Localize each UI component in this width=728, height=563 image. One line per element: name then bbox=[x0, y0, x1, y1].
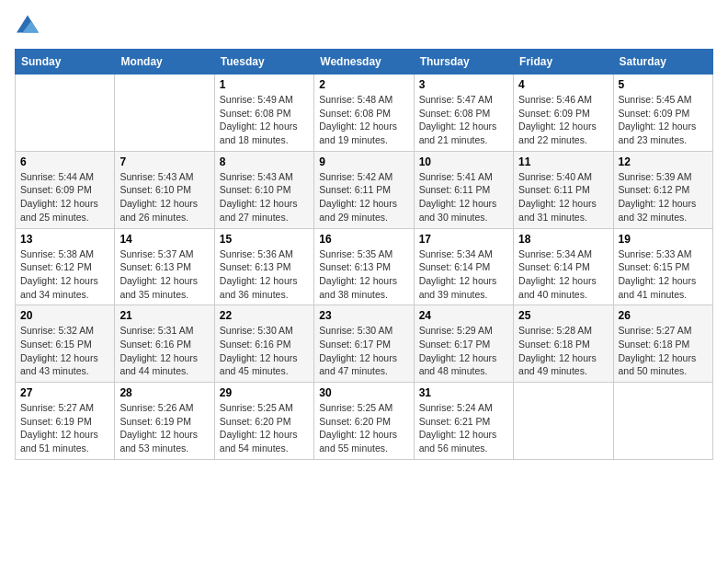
day-number: 18 bbox=[518, 233, 608, 246]
calendar-cell: 27Sunrise: 5:27 AMSunset: 6:19 PMDayligh… bbox=[16, 383, 115, 460]
calendar-cell: 28Sunrise: 5:26 AMSunset: 6:19 PMDayligh… bbox=[115, 383, 214, 460]
day-info: Sunrise: 5:34 AMSunset: 6:14 PMDaylight:… bbox=[518, 247, 608, 302]
day-info: Sunrise: 5:46 AMSunset: 6:09 PMDaylight:… bbox=[518, 93, 608, 147]
day-number: 27 bbox=[20, 386, 109, 399]
calendar-cell: 29Sunrise: 5:25 AMSunset: 6:20 PMDayligh… bbox=[214, 383, 313, 460]
day-number: 8 bbox=[220, 155, 309, 168]
day-info: Sunrise: 5:47 AMSunset: 6:08 PMDaylight:… bbox=[419, 93, 508, 147]
calendar-cell: 16Sunrise: 5:35 AMSunset: 6:13 PMDayligh… bbox=[314, 228, 414, 305]
day-info: Sunrise: 5:25 AMSunset: 6:20 PMDaylight:… bbox=[319, 401, 408, 455]
day-of-week-header: Saturday bbox=[613, 50, 712, 75]
calendar-cell: 24Sunrise: 5:29 AMSunset: 6:17 PMDayligh… bbox=[414, 305, 513, 383]
day-info: Sunrise: 5:43 AMSunset: 6:10 PMDaylight:… bbox=[220, 170, 309, 224]
day-number: 15 bbox=[220, 233, 309, 246]
calendar-week-row: 20Sunrise: 5:32 AMSunset: 6:15 PMDayligh… bbox=[16, 305, 713, 383]
day-info: Sunrise: 5:30 AMSunset: 6:16 PMDaylight:… bbox=[220, 324, 309, 378]
calendar-cell: 2Sunrise: 5:48 AMSunset: 6:08 PMDaylight… bbox=[314, 75, 414, 152]
day-number: 12 bbox=[619, 155, 708, 168]
calendar-header-row: SundayMondayTuesdayWednesdayThursdayFrid… bbox=[16, 50, 713, 75]
day-info: Sunrise: 5:28 AMSunset: 6:18 PMDaylight:… bbox=[518, 324, 608, 378]
day-number: 30 bbox=[319, 386, 408, 399]
day-info: Sunrise: 5:27 AMSunset: 6:18 PMDaylight:… bbox=[619, 324, 708, 378]
day-info: Sunrise: 5:25 AMSunset: 6:20 PMDaylight:… bbox=[220, 401, 309, 455]
day-number: 28 bbox=[119, 386, 209, 399]
day-info: Sunrise: 5:33 AMSunset: 6:15 PMDaylight:… bbox=[619, 247, 708, 302]
calendar-cell: 8Sunrise: 5:43 AMSunset: 6:10 PMDaylight… bbox=[214, 151, 313, 228]
day-number: 24 bbox=[419, 309, 508, 322]
day-info: Sunrise: 5:30 AMSunset: 6:17 PMDaylight:… bbox=[319, 324, 408, 378]
day-number: 13 bbox=[20, 233, 109, 246]
day-info: Sunrise: 5:38 AMSunset: 6:12 PMDaylight:… bbox=[20, 247, 109, 302]
day-number: 26 bbox=[619, 309, 708, 322]
day-number: 1 bbox=[220, 78, 309, 91]
calendar-week-row: 13Sunrise: 5:38 AMSunset: 6:12 PMDayligh… bbox=[16, 228, 713, 305]
calendar-cell bbox=[16, 75, 115, 152]
day-number: 21 bbox=[119, 309, 209, 322]
calendar-cell: 25Sunrise: 5:28 AMSunset: 6:18 PMDayligh… bbox=[514, 305, 613, 383]
calendar-cell: 12Sunrise: 5:39 AMSunset: 6:12 PMDayligh… bbox=[613, 151, 712, 228]
day-info: Sunrise: 5:31 AMSunset: 6:16 PMDaylight:… bbox=[119, 324, 209, 378]
day-number: 6 bbox=[20, 155, 109, 168]
day-info: Sunrise: 5:42 AMSunset: 6:11 PMDaylight:… bbox=[319, 170, 408, 224]
calendar-cell: 23Sunrise: 5:30 AMSunset: 6:17 PMDayligh… bbox=[314, 305, 414, 383]
calendar-week-row: 1Sunrise: 5:49 AMSunset: 6:08 PMDaylight… bbox=[16, 75, 713, 152]
day-number: 22 bbox=[220, 309, 309, 322]
calendar-cell: 14Sunrise: 5:37 AMSunset: 6:13 PMDayligh… bbox=[115, 228, 214, 305]
day-number: 10 bbox=[419, 155, 508, 168]
calendar-cell: 15Sunrise: 5:36 AMSunset: 6:13 PMDayligh… bbox=[214, 228, 313, 305]
day-number: 2 bbox=[319, 78, 408, 91]
calendar-cell: 17Sunrise: 5:34 AMSunset: 6:14 PMDayligh… bbox=[414, 228, 513, 305]
calendar-cell: 13Sunrise: 5:38 AMSunset: 6:12 PMDayligh… bbox=[16, 228, 115, 305]
day-info: Sunrise: 5:29 AMSunset: 6:17 PMDaylight:… bbox=[419, 324, 508, 378]
calendar-cell: 22Sunrise: 5:30 AMSunset: 6:16 PMDayligh… bbox=[214, 305, 313, 383]
day-number: 31 bbox=[419, 386, 508, 399]
calendar-cell: 1Sunrise: 5:49 AMSunset: 6:08 PMDaylight… bbox=[214, 75, 313, 152]
day-number: 9 bbox=[319, 155, 408, 168]
calendar-cell: 31Sunrise: 5:24 AMSunset: 6:21 PMDayligh… bbox=[414, 383, 513, 460]
calendar-cell: 9Sunrise: 5:42 AMSunset: 6:11 PMDaylight… bbox=[314, 151, 414, 228]
day-of-week-header: Thursday bbox=[414, 50, 513, 75]
calendar-cell bbox=[514, 383, 613, 460]
day-info: Sunrise: 5:32 AMSunset: 6:15 PMDaylight:… bbox=[20, 324, 109, 378]
day-info: Sunrise: 5:44 AMSunset: 6:09 PMDaylight:… bbox=[20, 170, 109, 224]
day-number: 3 bbox=[419, 78, 508, 91]
day-info: Sunrise: 5:34 AMSunset: 6:14 PMDaylight:… bbox=[419, 247, 508, 302]
day-info: Sunrise: 5:26 AMSunset: 6:19 PMDaylight:… bbox=[119, 401, 209, 455]
day-number: 11 bbox=[518, 155, 608, 168]
day-info: Sunrise: 5:41 AMSunset: 6:11 PMDaylight:… bbox=[419, 170, 508, 224]
logo bbox=[15, 15, 40, 38]
day-info: Sunrise: 5:27 AMSunset: 6:19 PMDaylight:… bbox=[20, 401, 109, 455]
calendar-cell: 20Sunrise: 5:32 AMSunset: 6:15 PMDayligh… bbox=[16, 305, 115, 383]
calendar-cell: 19Sunrise: 5:33 AMSunset: 6:15 PMDayligh… bbox=[613, 228, 712, 305]
calendar-cell: 6Sunrise: 5:44 AMSunset: 6:09 PMDaylight… bbox=[16, 151, 115, 228]
day-number: 14 bbox=[119, 233, 209, 246]
calendar-cell: 26Sunrise: 5:27 AMSunset: 6:18 PMDayligh… bbox=[613, 305, 712, 383]
calendar-cell: 5Sunrise: 5:45 AMSunset: 6:09 PMDaylight… bbox=[613, 75, 712, 152]
day-number: 16 bbox=[319, 233, 408, 246]
calendar-cell: 21Sunrise: 5:31 AMSunset: 6:16 PMDayligh… bbox=[115, 305, 214, 383]
calendar-cell: 10Sunrise: 5:41 AMSunset: 6:11 PMDayligh… bbox=[414, 151, 513, 228]
day-of-week-header: Monday bbox=[115, 50, 214, 75]
calendar-week-row: 6Sunrise: 5:44 AMSunset: 6:09 PMDaylight… bbox=[16, 151, 713, 228]
calendar-cell bbox=[115, 75, 214, 152]
day-info: Sunrise: 5:24 AMSunset: 6:21 PMDaylight:… bbox=[419, 401, 508, 455]
day-info: Sunrise: 5:40 AMSunset: 6:11 PMDaylight:… bbox=[518, 170, 608, 224]
day-info: Sunrise: 5:37 AMSunset: 6:13 PMDaylight:… bbox=[119, 247, 209, 302]
day-number: 7 bbox=[119, 155, 209, 168]
day-info: Sunrise: 5:39 AMSunset: 6:12 PMDaylight:… bbox=[619, 170, 708, 224]
calendar-cell: 30Sunrise: 5:25 AMSunset: 6:20 PMDayligh… bbox=[314, 383, 414, 460]
day-number: 25 bbox=[518, 309, 608, 322]
day-number: 19 bbox=[619, 233, 708, 246]
day-of-week-header: Sunday bbox=[16, 50, 115, 75]
day-info: Sunrise: 5:43 AMSunset: 6:10 PMDaylight:… bbox=[119, 170, 209, 224]
calendar-cell: 18Sunrise: 5:34 AMSunset: 6:14 PMDayligh… bbox=[514, 228, 613, 305]
calendar-week-row: 27Sunrise: 5:27 AMSunset: 6:19 PMDayligh… bbox=[16, 383, 713, 460]
day-info: Sunrise: 5:36 AMSunset: 6:13 PMDaylight:… bbox=[220, 247, 309, 302]
header bbox=[15, 15, 713, 38]
calendar-cell bbox=[613, 383, 712, 460]
day-number: 29 bbox=[220, 386, 309, 399]
day-number: 5 bbox=[619, 78, 708, 91]
day-info: Sunrise: 5:49 AMSunset: 6:08 PMDaylight:… bbox=[220, 93, 309, 147]
day-info: Sunrise: 5:48 AMSunset: 6:08 PMDaylight:… bbox=[319, 93, 408, 147]
day-of-week-header: Wednesday bbox=[314, 50, 414, 75]
